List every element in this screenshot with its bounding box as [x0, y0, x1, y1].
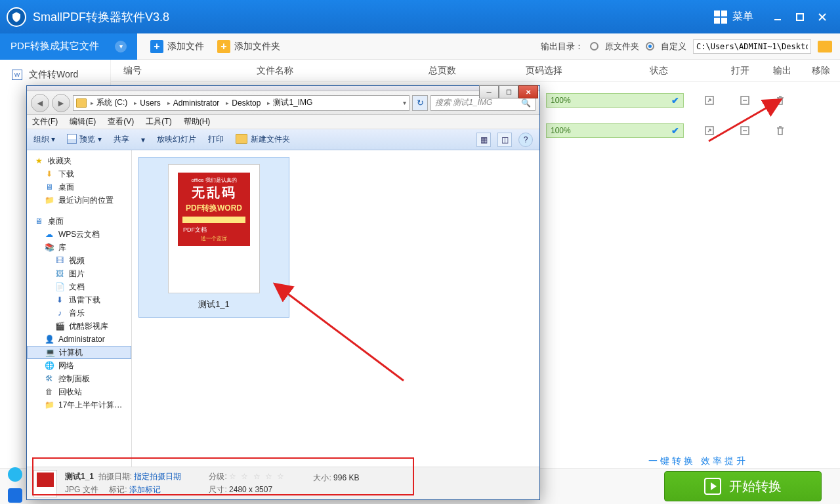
menu-tools[interactable]: 工具(T)	[146, 116, 171, 127]
nav-recent[interactable]: 📁最近访问的位置	[27, 194, 131, 207]
nav-wps-cloud[interactable]: ☁WPS云文档	[27, 228, 131, 241]
organize-button[interactable]: 组织 ▾	[33, 134, 55, 145]
open-button[interactable]	[700, 123, 719, 138]
preview-pane-button[interactable]: ◫	[497, 133, 512, 147]
picture-icon: 🖼	[54, 268, 65, 279]
grid-icon	[714, 10, 727, 24]
col-open: 打开	[718, 65, 763, 77]
help-icon[interactable]: ?	[518, 133, 533, 147]
nav-folder-17[interactable]: 📁17年上半年计算…	[27, 398, 131, 411]
details-tag[interactable]: 添加标记	[129, 485, 161, 494]
print-button[interactable]: 打印	[208, 134, 224, 145]
app-titlebar: SmallPDF转换器软件V3.8 菜单	[0, 0, 840, 33]
nav-favorites[interactable]: ★收藏夹	[27, 154, 131, 167]
radio-custom-folder[interactable]	[646, 42, 654, 51]
menu-bar: 文件(F) 编辑(E) 查看(V) 工具(T) 帮助(H)	[27, 115, 539, 129]
nav-documents[interactable]: 📄文档	[27, 280, 131, 293]
breadcrumb-seg[interactable]: 测试1_IMG	[273, 97, 312, 108]
breadcrumb-seg[interactable]: 系统 (C:)	[96, 97, 127, 108]
close-button[interactable]	[811, 7, 833, 27]
nav-xunlei[interactable]: ⬇迅雷下载	[27, 293, 131, 306]
desktop-icon: 🖥	[44, 182, 54, 192]
share-button[interactable]: 共享	[114, 134, 129, 145]
nav-pictures[interactable]: 🖼图片	[27, 267, 131, 280]
output-dir-group: 输出目录： 原文件夹 自定义	[541, 39, 832, 54]
output-button[interactable]	[735, 123, 755, 138]
play-icon	[704, 478, 721, 495]
explorer-nav-pane: ★收藏夹 ⬇下载 🖥桌面 📁最近访问的位置 🖥桌面 ☁WPS云文档 📚库 🎞视频…	[27, 150, 132, 467]
sidebar-item-label: 文件转Word	[29, 69, 78, 81]
progress-bar: 100% ✔	[546, 93, 684, 108]
menu-view[interactable]: 查看(V)	[108, 116, 134, 127]
remove-button[interactable]	[770, 123, 790, 138]
nav-computer[interactable]: 💻计算机	[27, 346, 131, 359]
nav-desktop[interactable]: 🖥桌面	[27, 180, 131, 194]
cloud-icon: ☁	[44, 229, 54, 240]
output-path-input[interactable]	[693, 39, 811, 54]
file-thumbnail-selected[interactable]: office 我们是认真的 无乱码 PDF转换WORD PDF文档 送一个蓝屏 …	[138, 157, 289, 318]
menu-label: 菜单	[732, 10, 753, 24]
start-convert-button[interactable]: 开始转换	[664, 471, 822, 501]
maximize-button[interactable]	[789, 7, 811, 27]
menu-file[interactable]: 文件(F)	[32, 116, 58, 127]
dialog-close-button[interactable]: ✕	[518, 85, 538, 98]
menu-help[interactable]: 帮助(H)	[184, 116, 211, 127]
preview-button[interactable]: 预览 ▾	[67, 134, 101, 145]
recycle-icon: 🗑	[44, 387, 54, 397]
nav-back-button[interactable]: ◄	[31, 94, 49, 112]
newfolder-button[interactable]: 新建文件夹	[236, 134, 290, 145]
output-button[interactable]	[735, 93, 755, 108]
nav-youku[interactable]: 🎬优酷影视库	[27, 320, 131, 333]
rating-stars[interactable]: ☆ ☆ ☆ ☆ ☆	[229, 472, 285, 481]
add-file-button[interactable]: + 添加文件	[150, 40, 204, 53]
dropdown-arrow-icon[interactable]: ▾	[403, 99, 406, 106]
plus-icon: +	[217, 40, 230, 53]
view-options-button[interactable]: ▦	[476, 133, 491, 147]
nav-music[interactable]: ♪音乐	[27, 306, 131, 320]
sidebar-item-file-to-word[interactable]: W 文件转Word	[0, 64, 110, 86]
nav-recycle-bin[interactable]: 🗑回收站	[27, 385, 131, 398]
task-icon[interactable]	[8, 467, 22, 482]
check-icon: ✔	[671, 95, 679, 106]
minimize-button[interactable]	[766, 7, 789, 27]
menu-button[interactable]: 菜单	[714, 10, 753, 24]
mode-dropdown[interactable]: PDF转换成其它文件 ▾	[0, 33, 137, 60]
refresh-button[interactable]: ↻	[412, 95, 428, 111]
add-folder-label: 添加文件夹	[234, 41, 280, 52]
radio-custom-folder-label: 自定义	[661, 41, 686, 52]
details-date[interactable]: 指定拍摄日期	[134, 472, 181, 481]
nav-control-panel[interactable]: 🛠控制面板	[27, 372, 131, 385]
list-header: 编号 文件名称 总页数 页码选择 状态 打开 输出 移除	[111, 60, 840, 82]
poster-preview: office 我们是认真的 无乱码 PDF转换WORD PDF文档 送一个蓝屏	[178, 173, 250, 246]
nav-desktop-root[interactable]: 🖥桌面	[27, 215, 131, 228]
address-bar[interactable]: ▸系统 (C:) ▸Users ▸Administrator ▸Desktop …	[73, 95, 410, 111]
breadcrumb-seg[interactable]: Administrator	[173, 98, 220, 108]
app-title: SmallPDF转换器软件V3.8	[33, 9, 169, 25]
nav-forward-button[interactable]: ►	[52, 94, 70, 112]
dialog-minimize-button[interactable]: ─	[479, 85, 499, 98]
menu-edit[interactable]: 编辑(E)	[70, 116, 96, 127]
recent-icon: 📁	[44, 195, 54, 205]
radio-source-folder[interactable]	[590, 42, 598, 51]
folder-icon[interactable]	[818, 41, 832, 52]
display-icon	[67, 134, 77, 144]
chevron-down-icon: ▾	[115, 41, 127, 52]
radio-source-folder-label: 原文件夹	[605, 41, 639, 52]
task-icon[interactable]	[8, 488, 22, 503]
svg-rect-1	[797, 14, 803, 20]
nav-libraries[interactable]: 📚库	[27, 241, 131, 254]
remove-button[interactable]	[770, 93, 790, 108]
open-button[interactable]	[700, 93, 719, 108]
slideshow-button[interactable]: 放映幻灯片	[157, 134, 196, 145]
video-icon: 🎞	[54, 255, 65, 266]
nav-administrator[interactable]: 👤Administrator	[27, 333, 131, 346]
breadcrumb-seg[interactable]: Users	[140, 98, 160, 108]
nav-videos[interactable]: 🎞视频	[27, 254, 131, 267]
nav-network[interactable]: 🌐网络	[27, 359, 131, 372]
breadcrumb-seg[interactable]: Desktop	[232, 98, 261, 108]
dialog-maximize-button[interactable]: ☐	[499, 85, 518, 98]
explorer-content-pane[interactable]: office 我们是认真的 无乱码 PDF转换WORD PDF文档 送一个蓝屏 …	[132, 150, 539, 467]
add-folder-button[interactable]: + 添加文件夹	[217, 40, 280, 53]
nav-downloads[interactable]: ⬇下载	[27, 167, 131, 180]
plus-icon: +	[150, 40, 163, 53]
